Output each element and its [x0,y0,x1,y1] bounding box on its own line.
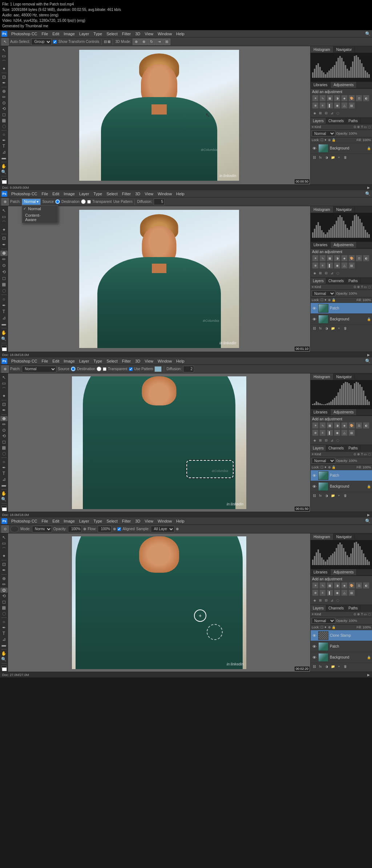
diffusion-input-2[interactable] [154,199,165,205]
tool-move-4[interactable]: ↖ [0,535,8,540]
3d-btn2[interactable]: ⊗ [140,39,147,45]
distribute-icon[interactable]: ⊠ [108,40,110,44]
adj-ex-1-2[interactable]: ◈ [312,271,317,276]
destination-radio[interactable] [81,199,86,204]
menu-3d-2[interactable]: 3D [133,191,142,197]
adj-ex-2-3[interactable]: ⊞ [318,438,323,443]
adj-colorbalance[interactable]: ⚖ [356,95,362,101]
menu-help[interactable]: Help [174,31,186,37]
mode-sel-4[interactable]: Normal [32,526,52,532]
menu-image[interactable]: Image [62,31,77,37]
delete-layer[interactable]: 🗑 [343,155,348,160]
tool-history-4[interactable]: ⟲ [0,593,8,599]
eye-patch-2[interactable]: 👁 [312,306,317,311]
layer-row-bg-2[interactable]: 👁 Background 🔒 [311,313,372,324]
adj-pf-4[interactable]: ⊕ [312,589,319,596]
search-icon-4[interactable]: 🔍 [365,519,371,524]
eye-patch-3[interactable]: 👁 [312,473,317,478]
show-transform-checkbox[interactable] [53,40,57,44]
adj-c-4[interactable]: ∿ [319,582,326,589]
tool-healing[interactable]: ⊕ [0,89,8,94]
adj-gm-3[interactable]: ▌ [327,429,333,436]
tool-blur-4[interactable]: ◌ [0,611,8,616]
adj-bw-3[interactable]: ◐ [363,422,369,429]
menu-filter-2[interactable]: Filter [120,191,133,197]
tab-layers-4[interactable]: Layers [311,605,326,611]
tool-pen-3[interactable]: ✒ [0,465,8,470]
add-layer-4[interactable]: + [336,664,341,669]
delete-layer-3[interactable]: 🗑 [343,493,348,498]
tab-adjustments-2[interactable]: Adjustments [331,242,357,248]
eye-bg-4[interactable]: 👁 [312,655,317,660]
adj-curves[interactable]: ∿ [319,95,326,101]
tool-crop-4[interactable]: ⊡ [0,562,8,567]
adj-ex-1-4[interactable]: ◈ [312,598,317,603]
layer-row-patch-3[interactable]: 👁 Patch [311,470,372,481]
menu-3d-4[interactable]: 3D [133,518,142,524]
add-layer-3[interactable]: + [336,493,341,498]
tool-text[interactable]: T [0,144,8,149]
adj-e-2[interactable]: ◑ [334,255,340,261]
adj-ex-3-4[interactable]: ⊟ [324,598,329,603]
blend-mode-select-1[interactable]: Normal [312,131,335,136]
adj-channelmix[interactable]: ≡ [319,102,326,109]
tool-eyedropper[interactable]: ✒ [0,80,8,85]
menu-layer-3[interactable]: Layer [77,358,91,364]
menu-select-4[interactable]: Select [105,518,120,524]
tool-zoom-4[interactable]: 🔍 [0,657,8,662]
add-group-3[interactable]: 📁 [330,493,335,498]
eye-bg-2[interactable]: 👁 [312,317,317,321]
adj-b-3[interactable]: ☀ [312,422,319,429]
tool-gradient-3[interactable]: ▦ [0,445,8,450]
tool-shape-2[interactable]: ▬ [0,321,8,327]
tool-crop[interactable]: ⊡ [0,75,8,80]
adj-ex-3-2[interactable]: ⊟ [324,271,329,276]
tab-paths-1[interactable]: Paths [346,118,360,124]
tool-move-2[interactable]: ↖ [0,208,8,213]
tab-libraries-1[interactable]: Libraries [311,82,331,88]
tab-histogram-1[interactable]: Histogram [311,46,333,53]
destination-radio-3[interactable] [97,367,101,371]
menu-filter-3[interactable]: Filter [120,358,133,364]
adj-po-2[interactable]: ▤ [348,262,355,269]
tab-channels-1[interactable]: Channels [326,118,346,124]
adj-l-3[interactable]: ▦ [327,422,333,429]
adj-gm-2[interactable]: ▌ [327,262,333,269]
adj-sc-2[interactable]: ◉ [334,262,340,269]
delete-layer-2[interactable]: 🗑 [343,326,348,331]
auto-select-dropdown[interactable]: Group Layer [31,39,52,45]
adj-ex-2-2[interactable]: ⊞ [318,271,323,276]
adj-v-4[interactable]: ◈ [341,582,348,589]
tool-text-2[interactable]: T [0,309,8,314]
dropdown-content-aware[interactable]: Content-Aware [22,212,58,223]
adj-gm-4[interactable]: ▌ [327,589,333,596]
adj-po-4[interactable]: ▤ [348,589,355,596]
menu-edit[interactable]: Edit [50,31,61,37]
tab-navigator-3[interactable]: Navigator [333,373,355,380]
menu-select-1[interactable]: Select [105,31,120,37]
tool-shape-4[interactable]: ▬ [0,643,8,648]
adj-l-4[interactable]: ▦ [327,582,333,589]
tool-blur-3[interactable]: ◌ [0,451,8,456]
adj-h-3[interactable]: 🎨 [348,422,355,429]
tool-blur[interactable]: ◌ [0,124,8,129]
bg-color-3[interactable] [2,507,7,511]
tool-eraser-2[interactable]: ◻ [0,275,8,281]
adj-h-2[interactable]: 🎨 [348,255,355,261]
menu-type-3[interactable]: Type [92,358,104,364]
tab-libraries-4[interactable]: Libraries [311,569,331,575]
patch-mode-btn[interactable]: Normal ▾ [22,199,41,205]
transparent-checkbox[interactable] [87,200,91,204]
tool-gradient-4[interactable]: ▦ [0,605,8,610]
adj-th-4[interactable]: △ [341,589,348,596]
menu-image-2[interactable]: Image [62,191,77,197]
layer-row-patch-2[interactable]: 👁 Patch [311,303,372,313]
tool-brush-2[interactable]: ✏ [0,257,8,262]
tab-libraries-2[interactable]: Libraries [311,242,331,248]
tool-marquee-3[interactable]: ▭ [0,381,8,386]
eye-clone-4[interactable]: 👁 [312,633,317,638]
adj-extra-1[interactable]: ◈ [312,111,317,116]
layer-row-bg-4[interactable]: 👁 Background 🔒 [311,652,372,663]
adj-sc-4[interactable]: ◉ [334,589,340,596]
tool-eyedropper-4[interactable]: ✒ [0,568,8,573]
